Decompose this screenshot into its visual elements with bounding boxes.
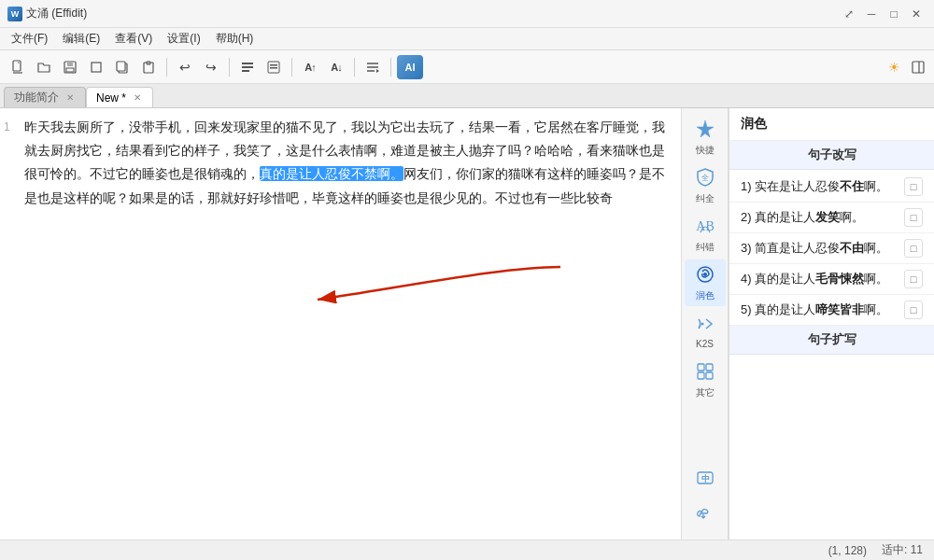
increase-font-btn[interactable]: A↑ bbox=[298, 55, 322, 79]
svg-marker-18 bbox=[376, 69, 379, 73]
tab-new-close[interactable]: ✕ bbox=[132, 92, 143, 103]
zoom-level: 适中: 11 bbox=[882, 542, 923, 558]
svg-rect-29 bbox=[698, 372, 704, 379]
svg-rect-0 bbox=[13, 61, 21, 71]
menu-help[interactable]: 帮助(H) bbox=[208, 29, 262, 49]
right-panel-title: 润色 bbox=[729, 108, 934, 141]
result-item-4: 4) 真的是让人毛骨悚然啊。 □ bbox=[729, 264, 934, 295]
copy-btn-2[interactable]: □ bbox=[904, 208, 923, 227]
title-bar-left: W 文涌 (Effidit) bbox=[7, 6, 87, 21]
other-icon bbox=[695, 361, 715, 385]
svg-rect-10 bbox=[242, 66, 253, 68]
correct-btn[interactable]: AB 纠错 bbox=[685, 211, 726, 258]
sep1 bbox=[166, 58, 167, 77]
result-item-2: 2) 真的是让人发笑啊。 □ bbox=[729, 203, 934, 233]
result-item-5: 5) 真的是让人啼笑皆非啊。 □ bbox=[729, 295, 934, 326]
decrease-font-btn[interactable]: A↓ bbox=[324, 55, 348, 79]
undo-btn[interactable]: ↩ bbox=[173, 55, 197, 79]
menu-edit[interactable]: 编辑(E) bbox=[55, 29, 107, 49]
copy-btn[interactable] bbox=[110, 55, 134, 79]
result-text-3: 3) 简直是让人忍俊不由啊。 bbox=[741, 239, 904, 258]
crop-btn[interactable] bbox=[84, 55, 108, 79]
open-btn[interactable] bbox=[32, 55, 56, 79]
right-panel-content[interactable]: 句子改写 1) 实在是让人忍俊不住啊。 □ 2) 真的是让人发笑啊。 □ 3) … bbox=[729, 141, 934, 539]
format2-btn[interactable] bbox=[262, 55, 286, 79]
side-toolbar-bottom: 中 bbox=[685, 461, 726, 534]
editor-pane[interactable]: 1 昨天我去厕所了，没带手机，回来发现家里的猫不见了，我以为它出去玩了，结果一看… bbox=[0, 108, 682, 539]
line-number: 1 bbox=[4, 118, 10, 138]
format1-btn[interactable] bbox=[235, 55, 260, 79]
ai-btn[interactable]: AI bbox=[397, 55, 423, 79]
tab-bar: 功能简介 ✕ New * ✕ bbox=[0, 84, 934, 108]
k2s-btn[interactable]: K2S bbox=[685, 308, 726, 355]
resize-btn[interactable]: ⤢ bbox=[839, 4, 859, 24]
result-text-4: 4) 真的是让人毛骨悚然啊。 bbox=[741, 270, 904, 288]
rewrite-label: 润色 bbox=[696, 289, 715, 302]
copy-btn-1[interactable]: □ bbox=[904, 177, 923, 196]
svg-point-26 bbox=[700, 323, 703, 326]
title-controls: ⤢ ─ □ ✕ bbox=[839, 4, 927, 24]
correct-icon: AB bbox=[695, 216, 715, 239]
svg-rect-5 bbox=[92, 63, 101, 72]
editor-content[interactable]: 昨天我去厕所了，没带手机，回来发现家里的猫不见了，我以为它出去玩了，结果一看，它… bbox=[24, 116, 670, 210]
result-text-1: 1) 实在是让人忍俊不住啊。 bbox=[741, 177, 904, 196]
correct-label: 纠错 bbox=[696, 241, 715, 254]
copy-btn-3[interactable]: □ bbox=[904, 239, 923, 258]
theme-sun-icon[interactable]: ☀ bbox=[884, 57, 904, 77]
toolbar: ↩ ↪ A↑ A↓ AI ☀ bbox=[0, 50, 934, 84]
tab-intro-label: 功能简介 bbox=[14, 90, 59, 105]
menu-view[interactable]: 查看(V) bbox=[107, 29, 160, 49]
new-btn[interactable] bbox=[6, 55, 30, 79]
right-panel: 润色 句子改写 1) 实在是让人忍俊不住啊。 □ 2) 真的是让人发笑啊。 □ … bbox=[729, 108, 934, 539]
menu-settings[interactable]: 设置(I) bbox=[160, 29, 207, 49]
result-text-5: 5) 真的是让人啼笑皆非啊。 bbox=[741, 301, 904, 319]
section-rewrite-header: 句子改写 bbox=[729, 141, 934, 170]
maximize-btn[interactable]: □ bbox=[884, 4, 904, 24]
translate-btn[interactable]: 中 bbox=[685, 461, 726, 495]
align-btn[interactable] bbox=[361, 55, 385, 79]
svg-point-25 bbox=[703, 273, 707, 276]
app-icon: W bbox=[7, 7, 22, 21]
quick-btn[interactable]: 快捷 bbox=[685, 114, 726, 161]
tab-new[interactable]: New * ✕ bbox=[86, 87, 153, 107]
redo-btn[interactable]: ↪ bbox=[199, 55, 223, 79]
top-right-area: ☀ bbox=[884, 57, 928, 77]
svg-rect-30 bbox=[706, 372, 713, 379]
sep2 bbox=[229, 58, 230, 77]
sep4 bbox=[354, 58, 355, 77]
svg-text:全: 全 bbox=[701, 174, 709, 182]
copy-btn-4[interactable]: □ bbox=[904, 270, 923, 288]
quick-label: 快捷 bbox=[696, 144, 715, 157]
copy-btn-5[interactable]: □ bbox=[904, 301, 923, 319]
cloud-btn[interactable] bbox=[685, 497, 726, 530]
menu-file[interactable]: 文件(F) bbox=[4, 29, 55, 49]
safe-label: 纠全 bbox=[696, 192, 715, 205]
paste-btn[interactable] bbox=[136, 55, 161, 79]
svg-rect-7 bbox=[117, 62, 125, 71]
svg-rect-28 bbox=[706, 364, 713, 371]
sep5 bbox=[390, 58, 391, 77]
svg-rect-13 bbox=[270, 64, 277, 66]
result-item-1: 1) 实在是让人忍俊不住啊。 □ bbox=[729, 172, 934, 203]
svg-rect-3 bbox=[67, 62, 73, 66]
svg-text:中: 中 bbox=[700, 474, 709, 483]
tab-intro-close[interactable]: ✕ bbox=[64, 92, 76, 103]
svg-rect-19 bbox=[913, 62, 924, 73]
tab-new-label: New * bbox=[96, 91, 126, 105]
editor-highlight: 真的是让人忍俊不禁啊。 bbox=[260, 166, 403, 181]
menu-bar: 文件(F) 编辑(E) 查看(V) 设置(I) 帮助(H) bbox=[0, 28, 934, 50]
other-btn[interactable]: 其它 bbox=[685, 357, 726, 403]
rewrite-btn[interactable]: 润色 bbox=[685, 259, 726, 306]
window-title: 文涌 (Effidit) bbox=[26, 6, 87, 21]
sidebar-toggle-icon[interactable] bbox=[908, 57, 928, 77]
safe-icon: 全 bbox=[695, 167, 715, 190]
close-btn[interactable]: ✕ bbox=[906, 4, 927, 24]
safe-btn[interactable]: 全 纠全 bbox=[685, 162, 726, 209]
minimize-btn[interactable]: ─ bbox=[861, 4, 882, 24]
tab-intro[interactable]: 功能简介 ✕ bbox=[4, 87, 86, 107]
save-btn[interactable] bbox=[58, 55, 82, 79]
sep3 bbox=[291, 58, 292, 77]
other-label: 其它 bbox=[696, 386, 715, 399]
svg-rect-14 bbox=[270, 67, 277, 69]
svg-rect-11 bbox=[242, 70, 249, 72]
